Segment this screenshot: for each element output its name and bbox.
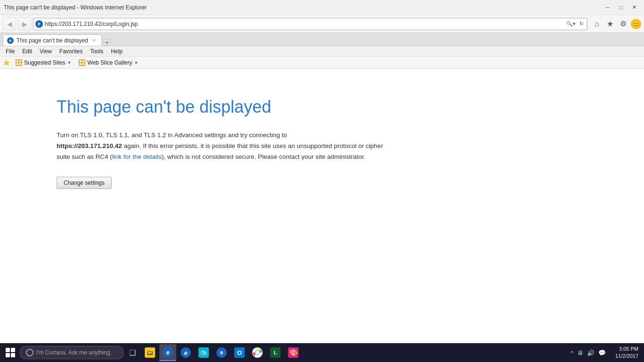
- favorites-button[interactable]: ★: [604, 18, 616, 30]
- web-slice-dropdown[interactable]: ▼: [134, 60, 138, 65]
- favorites-bar-item-suggested[interactable]: Suggested Sites ▼: [13, 58, 74, 67]
- cortana-placeholder: I'm Cortana. Ask me anything.: [36, 349, 112, 356]
- network-icon[interactable]: 🖥: [576, 348, 584, 357]
- home-button[interactable]: ⌂: [591, 18, 603, 30]
- address-icon: e: [35, 20, 43, 28]
- menu-view[interactable]: View: [36, 47, 56, 56]
- taskbar-app-freshpaint[interactable]: 🎨: [285, 344, 302, 361]
- search-dropdown-button[interactable]: 🔍▾: [565, 20, 577, 27]
- clock-date: 11/2/2017: [615, 353, 638, 360]
- taskbar-apps: 🗂 e e 🛍 e O: [141, 344, 565, 361]
- taskbar-app-lync[interactable]: L: [267, 344, 284, 361]
- svg-rect-1: [17, 60, 18, 62]
- menu-favorites[interactable]: Favorites: [56, 47, 86, 56]
- show-hidden-icons-button[interactable]: ^: [570, 348, 574, 357]
- svg-rect-6: [83, 60, 84, 62]
- svg-marker-0: [3, 59, 10, 66]
- chrome-icon: [252, 347, 263, 358]
- page-content: This page can't be displayed Turn on TLS…: [0, 69, 644, 343]
- suggested-sites-icon: [16, 59, 22, 66]
- menu-tools[interactable]: Tools: [86, 47, 107, 56]
- error-url: https://203.171.210.42: [57, 142, 122, 149]
- taskbar-app-store[interactable]: 🛍: [195, 344, 212, 361]
- new-tab-button[interactable]: +: [104, 39, 110, 46]
- address-input[interactable]: [45, 21, 563, 27]
- toolbar-right: ⌂ ★ ⚙ 😊: [589, 18, 641, 30]
- address-actions: 🔍▾ ↻: [565, 20, 585, 27]
- start-icon: [6, 348, 15, 357]
- taskbar: I'm Cortana. Ask me anything. ❑ 🗂 e e 🛍 …: [0, 343, 644, 362]
- ie-taskbar-icon: e: [163, 347, 173, 357]
- taskbar-app-chrome[interactable]: [249, 344, 266, 361]
- address-bar-wrap: e 🔍▾ ↻: [33, 18, 587, 30]
- suggested-sites-label: Suggested Sites: [24, 59, 65, 66]
- taskbar-app-outlook[interactable]: O: [231, 344, 248, 361]
- svg-rect-4: [19, 63, 21, 65]
- volume-icon[interactable]: 🔊: [586, 348, 595, 357]
- browser-toolbar: ◀ ▶ e 🔍▾ ↻ ⌂ ★ ⚙ 😊: [0, 15, 644, 33]
- action-center-icon[interactable]: 💬: [597, 348, 607, 357]
- web-slice-label: Web Slice Gallery: [87, 59, 132, 66]
- tab-favicon: e: [7, 37, 14, 44]
- error-paragraph-1: Turn on TLS 1.0, TLS 1.1, and TLS 1.2 in…: [57, 130, 387, 163]
- tab-label: This page can't be displayed: [17, 37, 88, 44]
- taskbar-app-ie2[interactable]: e: [213, 344, 230, 361]
- browser-title: This page can't be displayed - Windows I…: [4, 4, 147, 11]
- ie2-icon: e: [216, 347, 227, 358]
- svg-rect-2: [19, 60, 21, 62]
- svg-rect-8: [83, 63, 84, 65]
- title-bar-controls: ─ □ ✕: [602, 3, 640, 12]
- taskbar-app-edge[interactable]: e: [177, 344, 194, 361]
- taskbar-app-file-explorer[interactable]: 🗂: [141, 344, 158, 361]
- lync-icon: L: [270, 347, 281, 358]
- tab-bar: e This page can't be displayed × +: [0, 33, 644, 46]
- menu-file[interactable]: File: [2, 47, 18, 56]
- close-button[interactable]: ✕: [628, 3, 640, 12]
- system-tray: ^ 🖥 🔊 💬: [566, 348, 611, 357]
- menu-help[interactable]: Help: [107, 47, 126, 56]
- svg-rect-3: [17, 63, 18, 65]
- change-settings-button[interactable]: Change settings: [57, 177, 112, 189]
- maximize-button[interactable]: □: [615, 3, 627, 12]
- cortana-search[interactable]: I'm Cortana. Ask me anything.: [20, 346, 124, 359]
- refresh-button[interactable]: ↻: [578, 20, 585, 27]
- task-view-button[interactable]: ❑: [124, 344, 140, 361]
- title-bar: This page can't be displayed - Windows I…: [0, 0, 644, 15]
- svg-rect-7: [80, 63, 82, 65]
- menu-bar: File Edit View Favorites Tools Help: [0, 46, 644, 57]
- suggested-sites-dropdown[interactable]: ▼: [67, 60, 71, 65]
- start-button[interactable]: [2, 344, 19, 361]
- outlook-icon: O: [234, 347, 245, 358]
- menu-edit[interactable]: Edit: [18, 47, 36, 56]
- freshpaint-icon: 🎨: [288, 347, 298, 358]
- error-details-link[interactable]: link for the details: [112, 153, 162, 160]
- error-title: This page can't be displayed: [57, 97, 587, 117]
- active-tab[interactable]: e This page can't be displayed ×: [3, 34, 102, 46]
- taskbar-app-ie[interactable]: e: [159, 344, 176, 361]
- error-body: Turn on TLS 1.0, TLS 1.1, and TLS 1.2 in…: [57, 130, 387, 163]
- store-icon: 🛍: [198, 347, 209, 358]
- minimize-button[interactable]: ─: [602, 3, 614, 12]
- svg-point-10: [256, 351, 259, 354]
- svg-rect-5: [80, 60, 82, 62]
- smiley-icon[interactable]: 😊: [631, 19, 641, 29]
- title-bar-left: This page can't be displayed - Windows I…: [4, 4, 147, 11]
- forward-button[interactable]: ▶: [18, 17, 31, 31]
- system-clock[interactable]: 3:05 PM 11/2/2017: [611, 346, 642, 360]
- web-slice-icon: [79, 59, 85, 66]
- file-explorer-icon: 🗂: [145, 347, 155, 358]
- favorites-bar: Suggested Sites ▼ Web Slice Gallery ▼: [0, 57, 644, 69]
- cortana-icon: [26, 349, 33, 356]
- clock-time: 3:05 PM: [615, 346, 638, 353]
- edge-icon: e: [181, 347, 191, 358]
- back-button[interactable]: ◀: [3, 17, 16, 31]
- tools-button[interactable]: ⚙: [618, 18, 629, 30]
- favorites-bar-item-webslice[interactable]: Web Slice Gallery ▼: [76, 58, 140, 67]
- tab-close-button[interactable]: ×: [91, 37, 98, 44]
- favorites-star-icon[interactable]: [3, 59, 10, 66]
